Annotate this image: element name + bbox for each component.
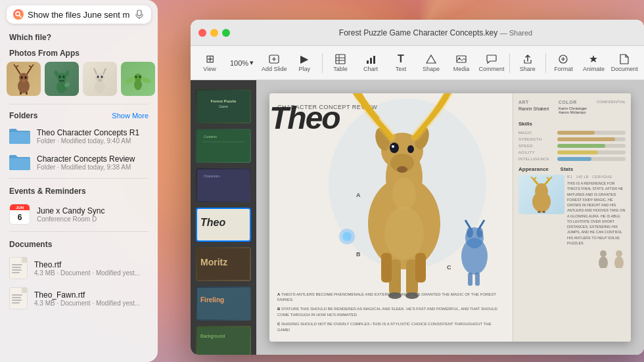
document-label: Document [611,66,638,72]
tool-media[interactable]: Media [448,51,475,75]
doc-subtitle-1: 4.3 MB · Document · Modified yest... [34,269,149,277]
doc-icon-1 [9,257,28,279]
doc-subtitle-2: 4.3 MB · Document · Modified yest... [34,300,149,307]
add-slide-label: Add Slide [262,66,287,72]
folder-item-1[interactable]: Theo Character Concepts R1 Folder · Modi… [0,123,158,149]
svg-line-6 [16,67,20,74]
close-button[interactable] [198,29,206,37]
tool-share[interactable]: Share [514,51,541,75]
show-more-button[interactable]: Show More [112,112,149,120]
svg-point-113 [599,256,608,268]
photo-thumb-1[interactable] [7,62,41,96]
photo-thumb-3[interactable] [83,62,117,96]
svg-text:C: C [447,264,451,271]
folder-name-1: Theo Character Concepts R1 [37,128,149,137]
svg-text:Theo: Theo [200,217,225,228]
main-canvas[interactable]: Character Concept Review Theo [256,80,644,355]
svg-rect-65 [197,327,250,355]
search-bar[interactable]: Show the files June sent me last week [7,5,151,24]
note-c: SHADING SHOULD NOT BE OVERLY COMPLEX--TH… [277,322,492,331]
photo-thumb-4[interactable] [121,62,155,96]
skill-bar-strength [557,137,615,141]
table-icon [335,54,346,64]
svg-text:Forest Puzzle: Forest Puzzle [211,99,237,103]
doc-item-2[interactable]: Theo_Fawn.rtf 4.3 MB · Document · Modifi… [0,283,158,313]
svg-text:Moritz: Moritz [200,257,227,267]
tool-zoom[interactable]: 100% ▾ [226,56,258,70]
tool-document[interactable]: Document [610,51,639,75]
silhouettes [518,250,626,268]
svg-line-9 [27,67,32,74]
slide-thumb-1[interactable]: Forest PuzzleGame [196,89,251,124]
skill-label-strength: STRENGTH [518,137,555,141]
skills-title: Skills [518,121,626,127]
svg-rect-98 [475,273,480,286]
svg-line-106 [531,177,534,179]
mic-icon[interactable] [134,9,145,20]
svg-line-11 [29,66,32,67]
art-info: ART Ranrin Shakeri COLOR Karin Chratzige… [518,100,626,114]
stats-area: 8'1 140 LB CERVIDAE THIS IS A REFERENCE … [567,175,626,246]
slide-thumb-3[interactable]: Characters [196,168,251,202]
slide-panel[interactable]: 1 Forest PuzzleGame 2 Contents 3 [191,80,256,355]
tool-table[interactable]: Table [327,51,354,75]
play-icon: ▶ [300,54,308,64]
folder-icon-1 [9,127,30,145]
tool-text[interactable]: T Text [387,51,415,75]
svg-point-20 [63,76,65,78]
tool-shape[interactable]: Shape [417,51,445,75]
weight-stat: 140 LB [576,175,589,179]
tool-comment[interactable]: Comment [478,51,505,75]
tool-view[interactable]: ⊞ View [196,51,223,75]
search-query[interactable]: Show the files June sent me last week [28,10,130,20]
tool-format[interactable]: Format [549,51,577,75]
tool-chart[interactable]: Chart [357,51,384,75]
svg-point-86 [384,207,424,260]
svg-text:Game: Game [219,104,228,108]
slide-label-2: Contents [196,129,251,163]
slide-thumb-4[interactable]: Theo [196,208,251,242]
event-item-1[interactable]: JUN 6 June x Candy Sync Conference Room … [0,200,158,229]
slide-thumb-6[interactable]: Fireling [196,286,251,321]
skill-bar-bg-speed [557,144,626,148]
photo-thumb-2[interactable] [45,62,79,96]
tool-animate[interactable]: Animate [580,51,607,75]
slide-thumb-7[interactable]: Background [196,326,251,355]
folder-item-2[interactable]: Character Concepts Review Folder · Modif… [0,149,158,175]
minimize-button[interactable] [210,29,218,37]
events-title: Events & Reminders [0,181,158,200]
maximize-button[interactable] [222,29,230,37]
tool-play[interactable]: ▶ Play [290,51,318,75]
slide-thumb-2[interactable]: Contents [196,129,251,163]
slide-content: Character Concept Review Theo [269,93,631,342]
skill-speed: SPEED [518,144,626,148]
svg-rect-46 [373,56,375,64]
tool-add-slide[interactable]: Add Slide [260,51,288,75]
animate-icon [588,54,599,64]
document-icon [620,54,629,64]
slide-right-panel: ART Ranrin Shakeri COLOR Karin Chratzige… [513,93,631,342]
svg-rect-2 [137,10,141,16]
skill-bar-magic [557,131,595,135]
svg-line-1 [20,16,22,18]
svg-text:Characters: Characters [204,174,220,178]
results-scroll[interactable]: Which file? Photos From Apps [0,28,158,362]
divider-2 [9,178,149,179]
doc-info-2: Theo_Fawn.rtf 4.3 MB · Document · Modifi… [34,290,149,307]
slide-left: Character Concept Review Theo [269,93,513,342]
skill-bar-agility [557,150,598,154]
slide-label-6: Fireling [196,286,251,321]
divider-3 [9,231,149,232]
separator-3 [545,53,546,73]
svg-point-73 [390,143,399,153]
view-label: View [203,66,216,72]
event-info-1: June x Candy Sync Conference Room D [37,206,149,223]
svg-rect-40 [336,55,345,64]
skill-bar-intelligence [557,157,591,161]
svg-text:Contents: Contents [204,135,218,139]
doc-item-1[interactable]: Theo.rtf 4.3 MB · Document · Modified ye… [0,253,158,283]
doc-info-1: Theo.rtf 4.3 MB · Document · Modified ye… [34,260,149,277]
skill-agility: AGILITY [518,150,626,154]
slide-thumb-5[interactable]: Moritz [196,247,251,281]
spotlight-icon [13,9,24,20]
